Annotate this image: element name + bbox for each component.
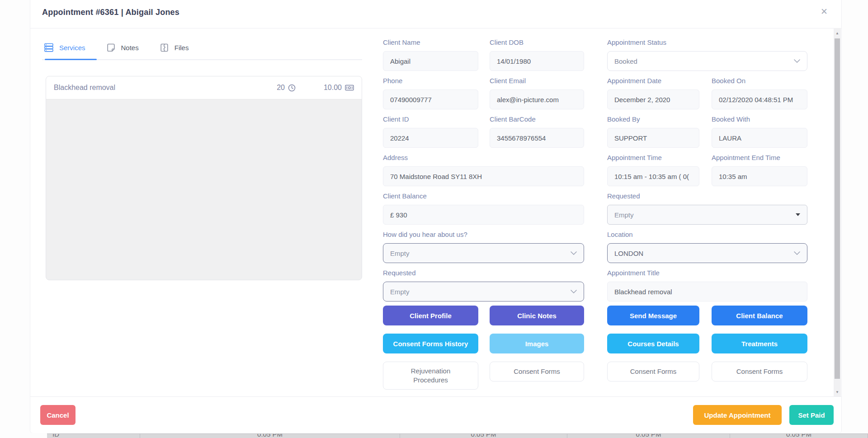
requested-select[interactable]: Empty	[607, 205, 807, 225]
input-value: 10:15 am - 10:35 am ( 0(	[614, 173, 689, 180]
service-price: 10.00	[324, 84, 354, 92]
field-appointment-end-time: Appointment End Time 10:35 am	[712, 153, 807, 186]
service-duration: 20	[277, 84, 296, 92]
address-input[interactable]: 70 Maidstone Road SY11 8XH	[383, 166, 584, 186]
tab-files[interactable]: Files	[160, 42, 189, 52]
appointment-date-input[interactable]: December 2, 2020	[607, 89, 699, 109]
service-name: Blackhead removal	[54, 84, 277, 92]
close-icon[interactable]: ✕	[820, 6, 829, 17]
appointment-title-input[interactable]: Blackhead removal	[607, 282, 807, 301]
field-label: How did you hear about us?	[383, 230, 584, 239]
price-value: 10.00	[324, 84, 342, 92]
tab-label: Files	[175, 44, 189, 52]
client-barcode-input[interactable]: 3455678976554	[490, 128, 584, 148]
field-label: Client ID	[383, 114, 478, 124]
input-value: LAURA	[719, 134, 741, 142]
field-label: Location	[607, 230, 807, 239]
appointment-end-time-input[interactable]: 10:35 am	[712, 166, 807, 186]
client-id-input[interactable]: 20224	[383, 128, 478, 148]
field-label: Appointment Status	[607, 38, 807, 47]
input-value: 70 Maidstone Road SY11 8XH	[390, 173, 482, 180]
field-label: Address	[383, 153, 584, 162]
field-label: Appointment Title	[607, 268, 807, 278]
rejuvenation-procedures-button[interactable]: Rejuvenation Procedures	[383, 362, 478, 390]
tab-services[interactable]: Services	[44, 42, 85, 52]
modal-title: Appointment #6361 | Abigail Jones	[42, 8, 179, 17]
modal-scrollbar[interactable]: ▲ ▼	[834, 28, 841, 396]
chevron-down-icon	[571, 251, 577, 255]
appointment-status-select[interactable]: Booked	[607, 51, 807, 71]
field-label: Client Email	[490, 76, 584, 85]
select-value: Booked	[614, 57, 637, 65]
money-icon	[345, 84, 354, 91]
service-row[interactable]: Blackhead removal 20 10.00	[46, 76, 362, 99]
chevron-down-icon	[794, 251, 800, 255]
cancel-button[interactable]: Cancel	[40, 405, 75, 425]
booked-on-input[interactable]: 02/12/2020 04:48:51 PM	[712, 89, 807, 109]
field-label: Client Balance	[383, 191, 584, 201]
field-requested-2: Requested Empty	[383, 268, 584, 301]
update-appointment-button[interactable]: Update Appointment	[693, 405, 782, 425]
phone-input[interactable]: 07490009777	[383, 89, 478, 109]
treatments-button[interactable]: Treatments	[712, 334, 807, 353]
client-name-input[interactable]: Abigail	[383, 51, 478, 71]
field-label: Client DOB	[490, 38, 584, 47]
input-value: 07490009777	[390, 96, 432, 104]
input-value: Blackhead removal	[614, 288, 672, 296]
field-label: Client Name	[383, 38, 478, 47]
chevron-down-icon	[794, 59, 800, 63]
set-paid-button[interactable]: Set Paid	[789, 405, 834, 425]
services-list: Blackhead removal 20 10.00	[46, 76, 362, 280]
column-header: ID	[52, 434, 59, 438]
background-table-header: ID 0:05 PM 0:05 PM 0:05 PM 0:05 PM	[47, 433, 868, 438]
field-label: Phone	[383, 76, 478, 85]
location-select[interactable]: LONDON	[607, 243, 807, 263]
send-message-button[interactable]: Send Message	[607, 306, 699, 325]
field-client-balance: Client Balance £ 930	[383, 191, 584, 225]
scrollbar-thumb[interactable]	[835, 38, 840, 379]
consent-forms-button[interactable]: Consent Forms	[490, 362, 584, 381]
background-col-id: ID	[47, 434, 140, 438]
field-label: Appointment End Time	[712, 153, 807, 162]
select-value: LONDON	[614, 250, 643, 257]
tab-notes[interactable]: Notes	[106, 42, 139, 52]
field-label: Appointment Time	[607, 153, 699, 162]
booked-with-input[interactable]: LAURA	[712, 128, 807, 148]
field-label: Appointment Date	[607, 76, 699, 85]
consent-forms-history-button[interactable]: Consent Forms History	[383, 334, 478, 353]
client-balance-button[interactable]: Client Balance	[712, 306, 807, 325]
active-tab-indicator	[45, 59, 97, 60]
client-profile-button[interactable]: Client Profile	[383, 306, 478, 325]
images-button[interactable]: Images	[490, 334, 584, 353]
clinic-notes-button[interactable]: Clinic Notes	[490, 306, 584, 325]
input-value: 14/01/1980	[497, 57, 531, 65]
field-client-email: Client Email alex@in-picture.com	[490, 76, 584, 109]
consent-forms-button[interactable]: Consent Forms	[607, 362, 699, 381]
background-col-time: 0:05 PM	[400, 434, 567, 438]
input-value: 10:35 am	[719, 173, 747, 180]
background-col-time: 0:05 PM	[567, 434, 730, 438]
services-icon	[44, 42, 54, 52]
field-booked-on: Booked On 02/12/2020 04:48:51 PM	[712, 76, 807, 109]
input-value: 02/12/2020 04:48:51 PM	[719, 96, 793, 104]
chevron-down-icon	[571, 290, 577, 293]
consent-forms-button[interactable]: Consent Forms	[712, 362, 807, 381]
column-header: 0:05 PM	[786, 434, 811, 438]
field-label: Requested	[383, 268, 584, 278]
requested-select-2[interactable]: Empty	[383, 282, 584, 301]
field-label: Requested	[607, 191, 807, 201]
client-email-input[interactable]: alex@in-picture.com	[490, 89, 584, 109]
hear-about-select[interactable]: Empty	[383, 243, 584, 263]
scroll-up-icon[interactable]: ▲	[834, 30, 841, 36]
field-client-barcode: Client BarCode 3455678976554	[490, 114, 584, 148]
courses-details-button[interactable]: Courses Details	[607, 334, 699, 353]
client-dob-input[interactable]: 14/01/1980	[490, 51, 584, 71]
appointment-time-input[interactable]: 10:15 am - 10:35 am ( 0(	[607, 166, 699, 186]
scroll-down-icon[interactable]: ▼	[834, 389, 841, 395]
booked-by-input[interactable]: SUPPORT	[607, 128, 699, 148]
client-balance-input[interactable]: £ 930	[383, 205, 584, 225]
field-booked-with: Booked With LAURA	[712, 114, 807, 148]
select-value: Empty	[390, 288, 410, 296]
field-label: Booked With	[712, 114, 807, 124]
tab-label: Notes	[121, 44, 139, 52]
